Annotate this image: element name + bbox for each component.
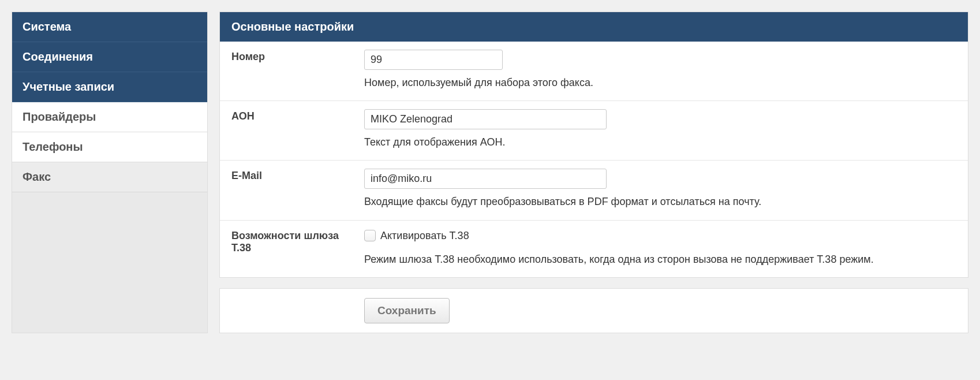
sidebar-item-accounts[interactable]: Учетные записи <box>12 72 207 102</box>
sidebar: Система Соединения Учетные записи Провай… <box>12 12 208 333</box>
email-help: Входящие факсы будут преобразовываться в… <box>364 195 956 209</box>
label-aon: АОН <box>231 109 353 150</box>
aon-input[interactable] <box>364 109 607 129</box>
email-input[interactable] <box>364 169 607 189</box>
t38-checkbox-label[interactable]: Активировать T.38 <box>380 230 469 242</box>
t38-help: Режим шлюза T.38 необходимо использовать… <box>364 252 956 267</box>
number-help: Номер, используемый для набора этого фак… <box>364 76 956 90</box>
sidebar-item-providers[interactable]: Провайдеры <box>12 102 207 132</box>
label-t38: Возможности шлюза T.38 <box>231 229 353 267</box>
save-button[interactable]: Сохранить <box>364 298 450 323</box>
aon-help: Текст для отображения АОН. <box>364 135 956 150</box>
number-input[interactable] <box>364 50 503 70</box>
sidebar-item-connections[interactable]: Соединения <box>12 42 207 72</box>
panel-title: Основные настройки <box>220 12 968 42</box>
save-row: Сохранить <box>219 288 968 333</box>
label-number: Номер <box>231 50 353 90</box>
label-email: E-Mail <box>231 169 353 209</box>
sidebar-item-phones[interactable]: Телефоны <box>12 132 207 162</box>
sidebar-item-fax[interactable]: Факс <box>12 162 207 192</box>
settings-panel: Основные настройки Номер Номер, использу… <box>219 12 968 278</box>
t38-checkbox[interactable] <box>364 230 376 241</box>
sidebar-item-system[interactable]: Система <box>12 12 207 42</box>
